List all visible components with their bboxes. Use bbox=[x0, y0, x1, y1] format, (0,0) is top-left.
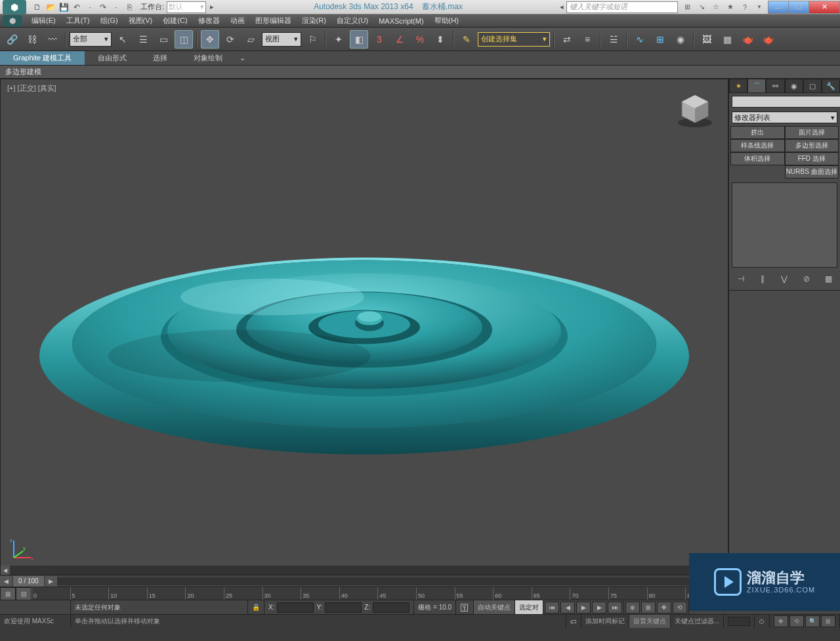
mod-polyselect[interactable]: 多边形选择 bbox=[785, 139, 839, 152]
selection-filter-dropdown[interactable]: 全部▾ bbox=[70, 32, 112, 47]
viewport-scrollbar[interactable]: ◀ ▶ bbox=[1, 566, 728, 575]
link-icon[interactable]: 🔗 bbox=[3, 30, 21, 49]
mod-extrude[interactable]: 挤出 bbox=[730, 126, 785, 139]
vnav-2-icon[interactable]: ⟲ bbox=[789, 615, 804, 627]
menu-edit[interactable]: 编辑(E) bbox=[26, 16, 61, 26]
nav-3-icon[interactable]: ✥ bbox=[657, 602, 671, 613]
favorite-icon[interactable]: ☆ bbox=[711, 2, 721, 12]
snap-toggle-icon[interactable]: ◧ bbox=[350, 30, 368, 49]
key-icon[interactable]: ⚿ bbox=[456, 600, 474, 614]
rollout-area[interactable] bbox=[729, 290, 840, 575]
move-icon[interactable]: ✥ bbox=[201, 30, 219, 49]
spinner-snap-icon[interactable]: ⬍ bbox=[431, 30, 450, 49]
goto-end-icon[interactable]: ⏭ bbox=[608, 602, 622, 613]
time-config-icon[interactable]: ⏲ bbox=[755, 615, 770, 628]
edit-named-sel-icon[interactable]: ✎ bbox=[457, 30, 476, 49]
search-input[interactable]: 键入关键字或短语 bbox=[566, 1, 678, 13]
percent-snap-icon[interactable]: % bbox=[411, 30, 429, 49]
z-input[interactable] bbox=[373, 602, 410, 613]
mod-nurbs[interactable]: NURBS 曲面选择 bbox=[785, 165, 839, 178]
prev-frame-icon[interactable]: ◀ bbox=[0, 576, 12, 587]
modifier-list-dropdown[interactable]: 修改器列表▾ bbox=[732, 112, 837, 123]
menu-tools[interactable]: 工具(T) bbox=[61, 16, 95, 26]
arrow-icon[interactable]: ↘ bbox=[696, 2, 707, 12]
named-selection-dropdown[interactable]: 创建选择集▾ bbox=[478, 32, 550, 47]
scale-icon[interactable]: ▱ bbox=[242, 30, 260, 49]
nav-1-icon[interactable]: ⊕ bbox=[625, 602, 640, 613]
frame-indicator[interactable]: 0 / 100 bbox=[13, 576, 44, 587]
layers-icon[interactable]: ☱ bbox=[604, 30, 623, 49]
material-editor-icon[interactable]: ◉ bbox=[671, 30, 690, 49]
goto-start-icon[interactable]: ⏮ bbox=[545, 602, 559, 613]
pivot-icon[interactable]: ⚐ bbox=[303, 30, 322, 49]
add-time-tag[interactable]: 添加时间标记 bbox=[581, 615, 629, 628]
setkey-button[interactable]: 设置关键点 bbox=[629, 615, 671, 628]
object-name-input[interactable] bbox=[732, 96, 840, 108]
rotate-icon[interactable]: ⟳ bbox=[221, 30, 240, 49]
y-input[interactable] bbox=[325, 602, 362, 613]
show-end-icon[interactable]: ∥ bbox=[756, 273, 769, 285]
keyfilter-button[interactable]: 关键点过滤器... bbox=[671, 615, 724, 628]
menu-maxscript[interactable]: MAXScript(M) bbox=[373, 17, 429, 25]
app-logo-icon[interactable]: ⬢ bbox=[3, 15, 22, 27]
unlink-icon[interactable]: ⛓ bbox=[23, 30, 41, 49]
selset-dd[interactable]: 选定对 bbox=[515, 600, 543, 614]
angle-snap-icon[interactable]: ∠ bbox=[390, 30, 409, 49]
motion-tab-icon[interactable]: ◉ bbox=[785, 79, 803, 93]
menu-customize[interactable]: 自定义(U) bbox=[331, 16, 373, 26]
viewport[interactable]: [+] [正交] [真实] bbox=[0, 79, 728, 575]
menu-create[interactable]: 创建(C) bbox=[158, 16, 192, 26]
configure-icon[interactable]: ▦ bbox=[822, 273, 835, 285]
viewport-label[interactable]: [+] [正交] [真实] bbox=[7, 83, 56, 93]
link-icon[interactable]: ⎘ bbox=[123, 1, 135, 13]
dropdown-icon[interactable]: ▼ bbox=[754, 2, 765, 12]
autokey-button[interactable]: 自动关键点 bbox=[474, 600, 515, 614]
x-input[interactable] bbox=[277, 602, 314, 613]
curve-editor-icon[interactable]: ∿ bbox=[631, 30, 649, 49]
mirror-icon[interactable]: ⇄ bbox=[558, 30, 576, 49]
tab-freeform[interactable]: 自由形式 bbox=[85, 51, 140, 65]
new-icon[interactable]: 🗋 bbox=[32, 1, 43, 13]
modifier-stack[interactable] bbox=[732, 182, 837, 268]
menu-rendering[interactable]: 渲染(R) bbox=[297, 16, 331, 26]
tab-selection[interactable]: 选择 bbox=[140, 51, 180, 65]
render-icon[interactable]: 🫖 bbox=[738, 30, 757, 49]
schematic-icon[interactable]: ⊞ bbox=[651, 30, 669, 49]
redo-icon[interactable]: ↷ bbox=[97, 1, 109, 13]
play-icon[interactable]: ▶ bbox=[576, 602, 591, 613]
modify-tab-icon[interactable]: ⌒ bbox=[747, 79, 766, 93]
trackbar-btn1[interactable]: ⊞ bbox=[0, 587, 16, 600]
tab-graphite[interactable]: Graphite 建模工具 bbox=[0, 51, 85, 65]
prev-key-icon[interactable]: ◀ bbox=[560, 602, 575, 613]
workspace-dropdown[interactable]: 默认▾ bbox=[167, 1, 206, 13]
ref-coord-dropdown[interactable]: 视图▾ bbox=[262, 32, 301, 47]
tab-objectpaint[interactable]: 对象绘制 bbox=[180, 51, 236, 65]
open-icon[interactable]: 📂 bbox=[45, 1, 56, 13]
pin-stack-icon[interactable]: ⊣ bbox=[734, 273, 747, 285]
nav-2-icon[interactable]: ⊞ bbox=[641, 602, 656, 613]
star-icon[interactable]: ★ bbox=[725, 2, 736, 12]
trackbar-btn2[interactable]: ⊟ bbox=[16, 587, 32, 600]
select-name-icon[interactable]: ☰ bbox=[134, 30, 152, 49]
align-icon[interactable]: ≡ bbox=[578, 30, 597, 49]
menu-modifiers[interactable]: 修改器 bbox=[193, 16, 225, 26]
vnav-3-icon[interactable]: 🔍 bbox=[805, 615, 820, 627]
app-menu-icon[interactable]: ⬢ bbox=[3, 0, 26, 14]
unique-icon[interactable]: ⋁ bbox=[778, 273, 791, 285]
create-tab-icon[interactable]: ✴ bbox=[729, 79, 747, 93]
grid-icon[interactable]: ⊞ bbox=[682, 2, 692, 12]
menu-animation[interactable]: 动画 bbox=[225, 16, 250, 26]
maxscript-mini[interactable] bbox=[0, 600, 71, 614]
menu-group[interactable]: 组(G) bbox=[95, 16, 123, 26]
render-setup-icon[interactable]: 🖼 bbox=[698, 30, 716, 49]
render-frame-icon[interactable]: ▦ bbox=[718, 30, 736, 49]
hierarchy-tab-icon[interactable]: ⚯ bbox=[766, 79, 784, 93]
next-key-icon[interactable]: ▶ bbox=[592, 602, 606, 613]
lock-icon[interactable]: 🔒 bbox=[248, 600, 264, 614]
mod-ffdselect[interactable]: FFD 选择 bbox=[785, 152, 839, 165]
undo-icon[interactable]: ↶ bbox=[71, 1, 83, 13]
menu-help[interactable]: 帮助(H) bbox=[429, 16, 464, 26]
utilities-tab-icon[interactable]: 🔧 bbox=[822, 79, 840, 93]
maximize-button[interactable]: ☐ bbox=[788, 1, 809, 14]
viewcube[interactable] bbox=[675, 90, 715, 129]
